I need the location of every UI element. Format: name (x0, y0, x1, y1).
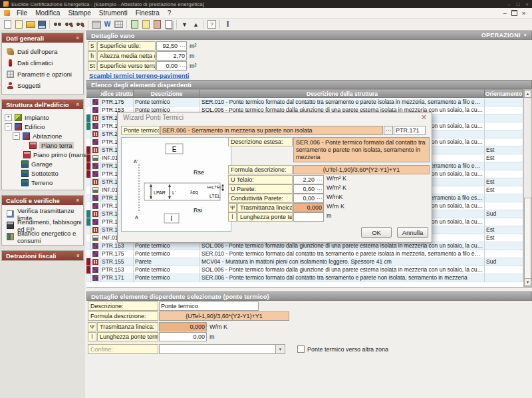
import-red-icon[interactable] (152, 19, 163, 29)
import-green-icon[interactable] (129, 19, 140, 29)
maximize-button[interactable]: □ (516, 1, 519, 7)
menu-item-strumenti[interactable]: Strumenti (95, 8, 132, 18)
length-input[interactable]: 0,00 (159, 332, 207, 341)
sidebar-item-soggetti[interactable]: Soggetti (3, 80, 82, 91)
table-scrollbar[interactable]: ▲ ▼ (523, 89, 532, 287)
scroll-thumb[interactable] (524, 198, 531, 279)
tree-item-impianto[interactable]: +Impianto (3, 112, 82, 122)
sidebar-item-parametri-e-opzioni[interactable]: Parametri e opzioni (3, 69, 82, 80)
close-button[interactable]: × (525, 1, 529, 7)
tree-item-abitazione[interactable]: −Abitazione (3, 131, 82, 140)
export-table-icon[interactable] (113, 19, 124, 29)
cancel-button[interactable]: Annulla (397, 227, 428, 238)
dialog-field-label: Descrizione estesa: (228, 137, 293, 146)
menu-item-finestra[interactable]: Finestra (132, 8, 164, 18)
column-header-codice-struttura[interactable]: Codice struttura (100, 89, 134, 98)
find-replace-icon[interactable] (63, 19, 74, 29)
tree-item-garage[interactable]: Garage (3, 159, 82, 168)
import-yellow-icon[interactable] (140, 19, 152, 29)
zone-checkbox-group[interactable]: Ponte termico verso altra zona (297, 345, 388, 353)
find-icon[interactable] (52, 19, 63, 29)
tree-item-edificio[interactable]: −Edificio (3, 122, 82, 131)
tree-expander-icon[interactable]: + (5, 114, 12, 121)
ellipsis-button[interactable]: ⋯ (317, 196, 322, 202)
mdi-restore-button[interactable] (511, 10, 517, 16)
save-icon[interactable] (36, 19, 47, 29)
tree-expander-icon[interactable]: − (13, 132, 20, 140)
ellipsis-button[interactable]: ⋯ (180, 43, 185, 49)
move-up-icon[interactable]: ▲ (190, 19, 201, 29)
dialog-field-value: 2,20 (303, 176, 315, 183)
table-row[interactable]: PTR.175Ponte termicoSER.010 - Ponte term… (86, 99, 523, 106)
row-category-stripe (86, 162, 91, 170)
scroll-down-icon[interactable]: ▼ (524, 278, 531, 286)
column-header-descrizione[interactable]: Descrizione (134, 89, 200, 98)
scambi-termici-link[interactable]: Scambi termici terreno-pavimenti (89, 72, 189, 79)
tree-item-sottotetto[interactable]: Sottotetto (3, 168, 82, 178)
menu-item-[interactable]: ? (164, 8, 176, 18)
dialog-field-3: U Parete:0,60⋯W/m² K (228, 184, 346, 194)
descrizione-input[interactable]: Ponte termico (159, 301, 259, 311)
sidebar-item-dati-dell-opera[interactable]: Dati dell'opera (3, 46, 82, 57)
tree-item-terreno[interactable]: Terreno (3, 178, 82, 187)
field-input[interactable]: 92,50⋯ (156, 41, 187, 51)
collapse-chevron-icon[interactable]: « (74, 36, 80, 39)
confine-dropdown[interactable]: ▼ (159, 344, 285, 354)
scroll-up-icon[interactable]: ▲ (524, 90, 531, 98)
open-icon[interactable] (25, 19, 36, 29)
dialog-field-input[interactable] (293, 212, 324, 222)
panel-header[interactable]: Detrazioni fiscali« (2, 251, 83, 260)
pillar-icon[interactable]: I (222, 19, 233, 29)
export-word-icon[interactable]: W (102, 19, 113, 29)
sidebar-item-bilancio-energetico-e-consumi[interactable]: Bilancio energetico e consumi (3, 231, 82, 242)
browse-button[interactable]: ⋯ (384, 126, 393, 135)
minimize-button[interactable]: – (507, 1, 510, 7)
collapse-chevron-icon[interactable]: « (74, 198, 80, 202)
tree-expander-icon[interactable]: − (5, 123, 12, 130)
mdi-minimize-button[interactable]: – (503, 10, 507, 17)
operations-button[interactable]: OPERAZIONI ▼ (481, 32, 527, 39)
table-row[interactable]: PTR.153Ponte termicoSOL.006 - Ponte term… (86, 266, 523, 274)
table-row[interactable]: PTR.171Ponte termicoSER.006 - Ponte term… (86, 274, 523, 282)
tree-item-piano-terra[interactable]: Piano terra (3, 140, 82, 150)
table-row[interactable]: PTR.175Ponte termicoSER.010 - Ponte term… (86, 250, 523, 258)
cell-orientamento: Est (485, 226, 523, 234)
collapse-chevron-icon[interactable]: « (74, 102, 80, 106)
move-down-icon[interactable]: ▼ (179, 19, 190, 29)
print-icon[interactable] (90, 19, 102, 29)
copy-icon[interactable] (163, 19, 174, 29)
dropdown-arrow-icon[interactable]: ▼ (275, 345, 285, 353)
column-header-orientamento[interactable]: Orientamento (485, 89, 523, 98)
ellipsis-button[interactable]: ⋯ (317, 186, 322, 192)
menu-item-file[interactable]: File (13, 8, 31, 18)
dialog-field-input[interactable]: 2,20⋯ (293, 175, 324, 184)
sidebar-item-dati-climatici[interactable]: Dati climatici (3, 57, 82, 69)
mdi-close-button[interactable]: × (522, 10, 525, 17)
import-yellow-icon (142, 20, 150, 29)
collapse-chevron-icon[interactable]: « (74, 254, 80, 257)
dialog-field-input[interactable]: 0,00⋯ (293, 194, 324, 203)
detail-confine-row: Confine: ▼ Ponte termico verso altra zon… (88, 344, 388, 354)
menu-item-modifica[interactable]: Modifica (31, 8, 64, 18)
menu-item-stampe[interactable]: Stampe (64, 8, 94, 18)
new-document-icon[interactable] (2, 19, 13, 29)
field-input[interactable]: 0,00⋯ (156, 61, 187, 71)
table-row[interactable]: STR.155PareteMCV04 - Muratura in mattoni… (86, 258, 523, 266)
tree-item-piano-primo-mansarda-[interactable]: Piano primo (mansarda) (3, 150, 82, 159)
help-icon[interactable]: ? (206, 19, 217, 29)
dialog-field-input[interactable]: 0,60⋯ (293, 184, 324, 194)
ok-button[interactable]: OK (361, 227, 392, 238)
new-from-template-icon[interactable] (13, 19, 25, 29)
field-input[interactable]: 2,70 (156, 51, 187, 61)
ellipsis-button[interactable]: ⋯ (317, 177, 322, 183)
row-category-stripe (86, 178, 91, 186)
zone-checkbox[interactable] (297, 345, 305, 353)
table-row[interactable]: PTR.153Ponte termicoSOL.006 - Ponte term… (86, 242, 523, 250)
panel-header[interactable]: Dati generali« (2, 33, 83, 43)
column-header-descrizione-della-struttura[interactable]: Descrizione della struttura (200, 89, 485, 98)
dialog-close-icon[interactable]: ✕ (421, 113, 427, 122)
find-structure-icon[interactable] (74, 19, 86, 29)
panel-header[interactable]: Calcoli e verifiche« (2, 196, 83, 205)
ellipsis-button[interactable]: ⋯ (180, 63, 185, 69)
panel-header[interactable]: Struttura dell'edificio« (2, 100, 83, 109)
